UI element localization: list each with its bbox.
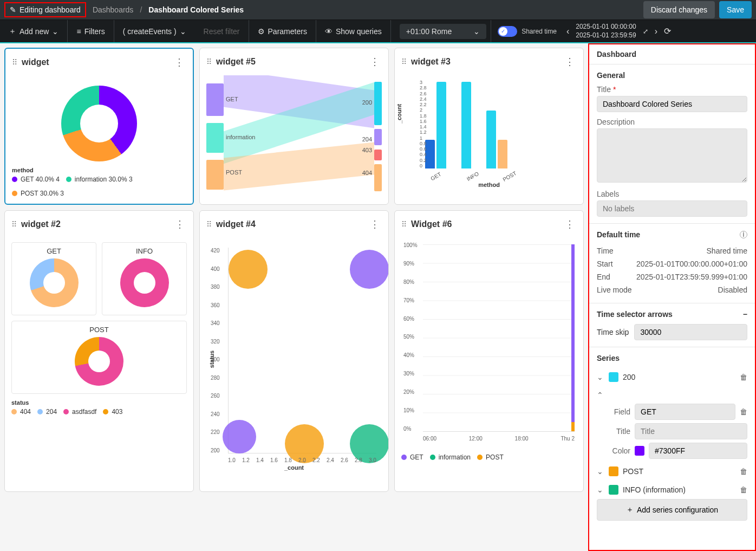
widget-menu-button[interactable]: ⋮ — [368, 54, 382, 70]
area-chart: 100%90%80%70%60%50%40%30%20%10%0% 06:001… — [401, 242, 577, 448]
time-prev-button[interactable]: ‹ — [563, 27, 572, 36]
drag-handle-icon[interactable]: ⠿ — [206, 220, 212, 229]
plus-icon: ＋ — [626, 505, 634, 515]
show-queries-button[interactable]: 👁 Show queries — [316, 20, 391, 42]
widget-title: widget #4 — [216, 219, 256, 229]
section-general: General Title* Description Labels — [589, 64, 755, 224]
time-skip-input[interactable] — [634, 324, 747, 340]
series-row[interactable]: ⌄ POST 🗑 — [597, 462, 747, 481]
trash-icon[interactable]: 🗑 — [740, 485, 747, 494]
chevron-down-icon: ⌄ — [180, 27, 186, 36]
time-expand-button[interactable]: ⤢ — [640, 28, 651, 35]
drag-handle-icon[interactable]: ⠿ — [401, 220, 407, 229]
widget-menu-button[interactable]: ⋮ — [368, 216, 382, 232]
time-skip-label: Time skip — [597, 328, 629, 336]
timezone-select[interactable]: +01:00 Rome ⌄ — [391, 20, 491, 42]
drag-handle-icon[interactable]: ⠿ — [206, 57, 212, 66]
add-series-button[interactable]: ＋ Add series configuration — [597, 499, 747, 521]
chevron-down-icon: ⌄ — [52, 27, 58, 36]
filters-button[interactable]: ≡ Filters — [68, 20, 114, 42]
color-swatch — [609, 372, 618, 382]
widget-menu-button[interactable]: ⋮ — [563, 216, 577, 232]
filter-icon: ≡ — [76, 27, 81, 36]
save-button[interactable]: Save — [719, 1, 752, 18]
widget-card[interactable]: ⠿ widget #5 ⋮ — [199, 48, 389, 205]
editing-dashboard-badge: ✎ Editing dashboard — [4, 2, 86, 17]
widget-title: widget #2 — [21, 219, 61, 229]
labels-input[interactable] — [597, 200, 747, 217]
chevron-down-icon: ⌄ — [473, 27, 480, 36]
add-new-button[interactable]: ＋ Add new ⌄ — [0, 20, 68, 42]
widget-title: widget #5 — [216, 57, 256, 67]
breadcrumb-root[interactable]: Dashboards — [93, 5, 134, 14]
breadcrumb: Dashboards / Dashboard Colored Series — [93, 5, 244, 14]
section-series: Series ⌄ 200 🗑 ⌃ Field 🗑 Title — [589, 347, 755, 527]
chevron-up-icon[interactable]: ⌃ — [597, 391, 604, 399]
trash-icon[interactable]: 🗑 — [740, 467, 747, 476]
reset-filter-button[interactable]: Reset filter — [195, 20, 249, 42]
series-title-input[interactable] — [635, 423, 747, 439]
dashboard-canvas: ⠿ widget ⋮ method GET 40.0% 4 informatio… — [0, 43, 588, 551]
color-swatch[interactable] — [635, 446, 644, 456]
chevron-down-icon[interactable]: ⌄ — [597, 467, 604, 476]
drag-handle-icon[interactable]: ⠿ — [12, 58, 17, 67]
mini-donut-panel: POST — [11, 321, 187, 394]
sidebar-header: Dashboard — [589, 44, 755, 64]
series-row[interactable]: ⌄ INFO (information) 🗑 — [597, 481, 747, 499]
widget-menu-button[interactable]: ⋮ — [172, 54, 186, 70]
chevron-down-icon[interactable]: ⌄ — [597, 485, 604, 494]
scatter-chart: 420400380360340320300280260240220200 sta… — [206, 242, 382, 470]
widget-title: Widget #6 — [411, 219, 452, 229]
widget-title: widget — [22, 57, 49, 67]
widget-menu-button[interactable]: ⋮ — [563, 54, 577, 70]
chevron-down-icon[interactable]: ⌄ — [597, 373, 604, 381]
color-swatch — [609, 466, 618, 476]
donut-chart — [61, 86, 137, 161]
widget-title: widget #3 — [411, 57, 451, 67]
editing-label: Editing dashboard — [19, 5, 81, 14]
eye-icon: 👁 — [325, 27, 333, 36]
color-swatch — [609, 485, 618, 495]
widget-menu-button[interactable]: ⋮ — [173, 216, 187, 232]
refresh-icon[interactable]: ⟳ — [661, 26, 674, 36]
mini-donut-panel: GET — [11, 242, 96, 315]
section-default-time: Default time i TimeShared time Start2025… — [589, 224, 755, 303]
filter-chip-create-events[interactable]: ( createEvents ) ⌄ — [114, 20, 195, 42]
widget-card[interactable]: ⠿ widget #3 ⋮ _count 00.20.40.60.811.21.… — [394, 48, 584, 205]
bar-chart: _count 00.20.40.60.811.21.41.61.822.22.4… — [401, 80, 577, 183]
pencil-icon: ✎ — [10, 5, 16, 14]
topbar: ✎ Editing dashboard Dashboards / Dashboa… — [0, 0, 756, 20]
trash-icon[interactable]: 🗑 — [740, 373, 747, 381]
info-icon[interactable]: i — [740, 231, 747, 238]
shared-time-toggle[interactable]: ✓ Shared time — [491, 20, 563, 42]
toolbar: ＋ Add new ⌄ ≡ Filters ( createEvents ) ⌄… — [0, 20, 756, 43]
discard-changes-button[interactable]: Discard changes — [643, 1, 715, 18]
gear-icon: ⚙ — [258, 27, 265, 36]
time-range-display[interactable]: 2025-01-01 00:00:00 2025-01-01 23:59:59 — [572, 20, 639, 42]
series-color-input[interactable] — [649, 443, 747, 459]
legend-title: method — [12, 167, 186, 173]
widget-card[interactable]: ⠿ widget #2 ⋮ GET INFO POST — [4, 210, 194, 492]
widget-card[interactable]: ⠿ widget ⋮ method GET 40.0% 4 informatio… — [4, 48, 194, 205]
widget-card[interactable]: ⠿ widget #4 ⋮ 42040038036034032030028026… — [199, 210, 389, 492]
drag-handle-icon[interactable]: ⠿ — [11, 220, 17, 229]
series-row[interactable]: ⌃ — [597, 386, 747, 404]
breadcrumb-current: Dashboard Colored Series — [148, 5, 244, 14]
collapse-icon[interactable]: − — [743, 310, 747, 319]
description-input[interactable] — [597, 128, 747, 183]
widget-card[interactable]: ⠿ Widget #6 ⋮ 100%90%80%70%60%50%40%30%2… — [394, 210, 584, 492]
check-icon: ✓ — [499, 27, 507, 36]
series-field-input[interactable] — [635, 404, 735, 420]
mini-donut-panel: INFO — [102, 242, 187, 315]
trash-icon[interactable]: 🗑 — [740, 407, 747, 416]
title-input[interactable] — [597, 96, 747, 112]
series-row[interactable]: ⌄ 200 🗑 — [597, 368, 747, 386]
main: ⠿ widget ⋮ method GET 40.0% 4 informatio… — [0, 43, 756, 551]
drag-handle-icon[interactable]: ⠿ — [401, 57, 407, 66]
sankey-chart: GET information POST 200 204 403 404 — [206, 80, 382, 193]
time-next-button[interactable]: › — [651, 27, 661, 36]
legend: GET 40.0% 4 information 30.0% 3 POST 30.… — [12, 176, 186, 197]
parameters-button[interactable]: ⚙ Parameters — [249, 20, 316, 42]
breadcrumb-sep: / — [140, 5, 142, 14]
plus-icon: ＋ — [9, 27, 16, 36]
